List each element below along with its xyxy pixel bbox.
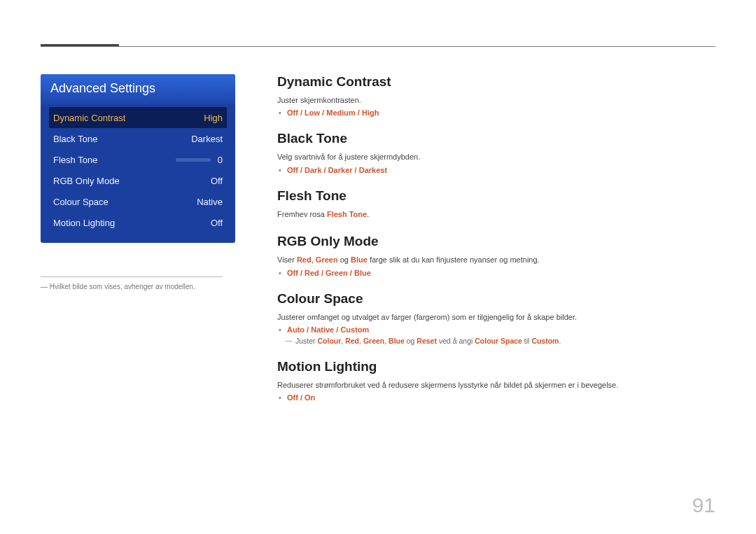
page-number: 91: [692, 493, 715, 517]
row-value: Off: [211, 218, 223, 228]
row-value: High: [204, 113, 223, 123]
row-black-tone[interactable]: Black Tone Darkest: [49, 128, 227, 149]
text-highlight: Blue: [388, 337, 405, 345]
text-highlight: Colour Space: [475, 337, 522, 345]
section-colour-space: Colour Space Justerer omfanget og utvalg…: [277, 291, 715, 345]
section-title: Flesh Tone: [277, 188, 715, 204]
row-label: RGB Only Mode: [53, 176, 120, 186]
text: Viser: [277, 255, 297, 264]
row-label: Dynamic Contrast: [53, 113, 125, 123]
text-highlight: Red: [345, 337, 359, 345]
section-title: Black Tone: [277, 131, 715, 146]
section-title: Motion Lighting: [277, 359, 715, 374]
section-dynamic-contrast: Dynamic Contrast Juster skjermkontrasten…: [277, 74, 715, 117]
row-label: Motion Lighting: [53, 218, 115, 228]
section-desc: Viser Red, Green og Blue farge slik at d…: [277, 255, 715, 265]
section-options: Off / Low / Medium / High: [287, 108, 715, 117]
section-desc: Velg svartnivå for å justere skjermdybde…: [277, 152, 715, 162]
text-highlight: Blue: [351, 255, 368, 264]
row-dynamic-contrast[interactable]: Dynamic Contrast High: [49, 107, 227, 128]
text: ved å angi: [437, 337, 475, 345]
row-colour-space[interactable]: Colour Space Native: [49, 191, 227, 212]
text: .: [367, 210, 369, 218]
text-highlight: Red: [297, 255, 312, 264]
text: og: [405, 337, 417, 345]
section-desc: Fremhev rosa Flesh Tone.: [277, 209, 715, 220]
panel-title: Advanced Settings: [41, 74, 235, 104]
panel-rows: Dynamic Contrast High Black Tone Darkest…: [41, 104, 235, 233]
slider-value: 0: [218, 155, 223, 165]
text-highlight: Reset: [416, 337, 437, 345]
section-options: Off / Dark / Darker / Darkest: [287, 166, 715, 174]
text: .: [559, 337, 561, 345]
section-note: Juster Colour, Red, Green, Blue og Reset…: [287, 337, 715, 345]
text-highlight: Flesh Tone: [327, 210, 367, 218]
section-title: RGB Only Mode: [277, 234, 715, 249]
section-options: Off / On: [287, 393, 715, 402]
row-label: Colour Space: [53, 197, 108, 207]
slider-track[interactable]: [176, 158, 211, 162]
text-highlight: Green: [316, 255, 338, 264]
section-rgb-only-mode: RGB Only Mode Viser Red, Green og Blue f…: [277, 234, 715, 276]
row-label: Black Tone: [53, 134, 97, 144]
section-desc: Justerer omfanget og utvalget av farger …: [277, 312, 715, 323]
footnote-dash: ―: [41, 283, 48, 290]
row-motion-lighting[interactable]: Motion Lighting Off: [49, 212, 227, 233]
text: Juster: [295, 337, 318, 345]
section-desc: Reduserer strømforbruket ved å redusere …: [277, 380, 715, 391]
footnote-text: Hvilket bilde som vises, avhenger av mod…: [50, 283, 195, 290]
row-value: Off: [211, 176, 223, 186]
text-highlight: Green: [363, 337, 384, 345]
row-value: 0: [176, 155, 223, 165]
text-highlight: Custom: [531, 337, 559, 345]
row-value: Native: [197, 197, 223, 207]
section-options: Auto / Native / Custom: [287, 325, 715, 334]
row-value: Darkest: [191, 134, 223, 144]
text: og: [338, 255, 351, 264]
section-flesh-tone: Flesh Tone Fremhev rosa Flesh Tone.: [277, 188, 715, 220]
row-rgb-only-mode[interactable]: RGB Only Mode Off: [49, 170, 227, 191]
text-highlight: Colour: [318, 337, 342, 345]
text: Fremhev rosa: [277, 210, 327, 218]
section-motion-lighting: Motion Lighting Reduserer strømforbruket…: [277, 359, 715, 402]
text: farge slik at du kan finjustere nyanser …: [368, 255, 540, 264]
settings-panel: Advanced Settings Dynamic Contrast High …: [41, 74, 235, 243]
header-rule: [41, 46, 715, 47]
row-flesh-tone[interactable]: Flesh Tone 0: [49, 149, 227, 170]
text: til: [522, 337, 531, 345]
section-desc: Juster skjermkontrasten.: [277, 95, 715, 106]
divider: [41, 276, 223, 277]
section-options: Off / Red / Green / Blue: [287, 269, 715, 277]
section-title: Dynamic Contrast: [277, 74, 715, 90]
section-black-tone: Black Tone Velg svartnivå for å justere …: [277, 131, 715, 174]
row-label: Flesh Tone: [53, 155, 97, 165]
panel-footnote: ― Hvilket bilde som vises, avhenger av m…: [41, 283, 235, 290]
section-title: Colour Space: [277, 291, 715, 307]
